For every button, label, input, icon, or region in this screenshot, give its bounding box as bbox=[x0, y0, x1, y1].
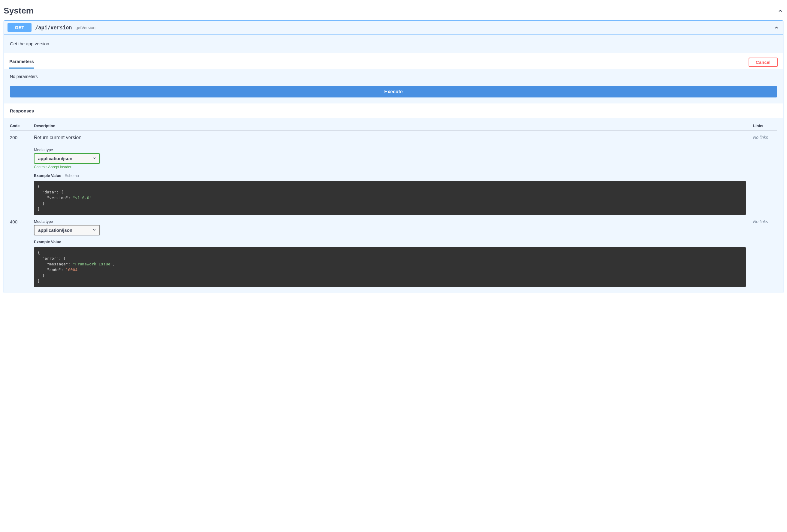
operation-description: Get the app version bbox=[4, 35, 783, 53]
example-code-block: { "error": { "message": "Framework Issue… bbox=[34, 247, 746, 287]
responses-heading: Responses bbox=[4, 104, 783, 118]
media-type-value: application/json bbox=[38, 156, 72, 161]
tab-divider: | bbox=[62, 240, 63, 244]
section-header[interactable]: System bbox=[4, 4, 783, 20]
tab-divider: | bbox=[62, 173, 63, 178]
response-code: 400 bbox=[10, 219, 34, 287]
response-description: Return current version bbox=[34, 135, 746, 140]
response-description-cell: Return current versionMedia typeapplicat… bbox=[34, 135, 753, 215]
chevron-down-icon bbox=[92, 156, 97, 161]
opblock-get: GET /api/version getVersion Get the app … bbox=[4, 20, 783, 293]
example-code-block: { "data": { "version": "v1.0.0" } } bbox=[34, 181, 746, 215]
parameters-tab[interactable]: Parameters bbox=[9, 56, 34, 69]
media-type-label: Media type bbox=[34, 219, 746, 224]
tab-example-value[interactable]: Example Value bbox=[34, 173, 61, 178]
media-type-select[interactable]: application/json bbox=[34, 225, 100, 236]
tab-example-value[interactable]: Example Value bbox=[34, 240, 61, 244]
execute-bar: Execute bbox=[4, 86, 783, 104]
example-tabs: Example Value|Schema bbox=[34, 173, 746, 178]
chevron-up-icon[interactable] bbox=[773, 25, 780, 30]
col-header-code: Code bbox=[10, 124, 34, 128]
chevron-up-icon[interactable] bbox=[778, 8, 783, 14]
response-links: No links bbox=[753, 135, 777, 215]
col-header-description: Description bbox=[34, 124, 753, 128]
response-row: 400Media typeapplication/jsonExample Val… bbox=[10, 215, 777, 287]
parameters-body: No parameters bbox=[4, 69, 783, 86]
http-method-badge: GET bbox=[7, 23, 31, 32]
responses-table: Code Description Links 200Return current… bbox=[4, 118, 783, 293]
response-links: No links bbox=[753, 219, 777, 287]
accept-header-hint: Controls Accept header. bbox=[34, 165, 746, 169]
cancel-button[interactable]: Cancel bbox=[749, 58, 778, 67]
execute-button[interactable]: Execute bbox=[10, 86, 777, 97]
col-header-links: Links bbox=[753, 124, 777, 128]
media-type-value: application/json bbox=[38, 228, 72, 233]
endpoint-path: /api/version bbox=[35, 25, 72, 30]
section-title: System bbox=[4, 6, 34, 16]
example-tabs: Example Value| bbox=[34, 240, 746, 244]
response-row: 200Return current versionMedia typeappli… bbox=[10, 131, 777, 215]
opblock-summary[interactable]: GET /api/version getVersion bbox=[4, 21, 783, 35]
responses-table-head: Code Description Links bbox=[10, 118, 777, 131]
operation-id: getVersion bbox=[76, 25, 95, 30]
response-description-cell: Media typeapplication/jsonExample Value|… bbox=[34, 219, 753, 287]
tab-schema[interactable]: Schema bbox=[65, 173, 79, 178]
chevron-down-icon bbox=[92, 228, 97, 233]
media-type-select[interactable]: application/json bbox=[34, 153, 100, 164]
media-type-label: Media type bbox=[34, 148, 746, 152]
response-code: 200 bbox=[10, 135, 34, 215]
parameters-header: Parameters Cancel bbox=[4, 53, 783, 69]
